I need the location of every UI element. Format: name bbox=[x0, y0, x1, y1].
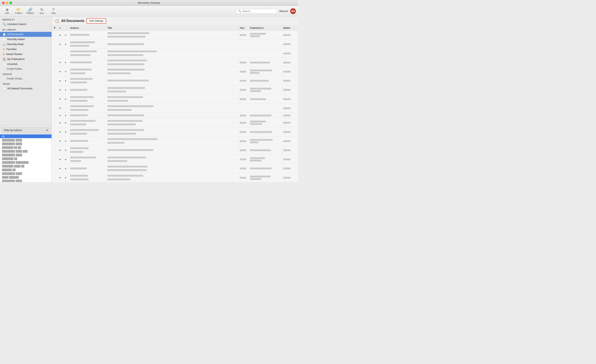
filter-all-item[interactable]: All bbox=[0, 134, 52, 138]
sidebar-item-recently-added[interactable]: 📄 Recently Added bbox=[0, 37, 52, 42]
table-row[interactable]: ☆ bbox=[52, 49, 298, 58]
table-row[interactable]: ☆ ● ■ bbox=[52, 112, 298, 118]
star-icon: ☆ bbox=[53, 88, 56, 91]
added-cell bbox=[282, 173, 298, 182]
sidebar-item-unsorted[interactable]: 📄 Unsorted bbox=[0, 62, 52, 67]
read-cell: ● bbox=[57, 30, 62, 39]
star-cell[interactable]: ☆ bbox=[52, 85, 57, 94]
sidebar-item-favorites[interactable]: ★ Favorites bbox=[0, 47, 52, 52]
filter-author-item[interactable]: ████████ ████ bbox=[0, 142, 52, 146]
filter-author-item[interactable]: ████████ ████ bbox=[0, 172, 52, 175]
sidebar-item-all-deleted[interactable]: 📄 All Deleted Documents bbox=[0, 86, 52, 91]
star-cell[interactable]: ☆ bbox=[52, 49, 57, 58]
table-row[interactable]: ☆ ● ■ bbox=[52, 155, 298, 164]
star-cell[interactable]: ☆ bbox=[52, 94, 57, 103]
star-cell[interactable]: ☆ bbox=[52, 58, 57, 67]
filter-author-item[interactable]: ████████ ████ ███ bbox=[0, 149, 52, 153]
filter-author-item[interactable]: ████████ ████ bbox=[0, 179, 52, 182]
filter-author-item[interactable]: ███████ ████ ██ bbox=[0, 164, 52, 168]
filter-author-item[interactable]: ████ ██████ bbox=[0, 175, 52, 179]
table-row[interactable]: ☆ ● ■ bbox=[52, 136, 298, 146]
filter-by-authors-dropdown[interactable]: Filter by Authors ▾ bbox=[2, 127, 50, 133]
col-header-added[interactable]: Added bbox=[282, 25, 298, 30]
filter-author-item[interactable]: ████████ ████ bbox=[0, 138, 52, 142]
table-row[interactable]: ☆ ● ■ bbox=[52, 173, 298, 182]
search-input[interactable] bbox=[242, 10, 275, 13]
help-button[interactable]: ? Help bbox=[48, 8, 58, 14]
star-cell[interactable]: ☆ bbox=[52, 112, 57, 118]
trash-icon: 📄 bbox=[2, 87, 6, 90]
create-group-link[interactable]: Create Group... bbox=[0, 76, 52, 81]
table-row[interactable]: ☆ ● bbox=[52, 103, 298, 112]
search-icon: 🔍 bbox=[238, 10, 241, 13]
published-cell bbox=[248, 94, 282, 103]
star-cell[interactable]: ☆ bbox=[52, 146, 57, 154]
my-library-label: MY LIBRARY bbox=[0, 27, 52, 32]
star-cell[interactable]: ☆ bbox=[52, 164, 57, 173]
window-controls[interactable] bbox=[2, 2, 12, 4]
table-row[interactable]: ☆ ● ■ bbox=[52, 127, 298, 136]
star-cell[interactable]: ☆ bbox=[52, 127, 57, 136]
sidebar-item-literature-search[interactable]: 🔍 Literature Search bbox=[0, 22, 52, 27]
star-cell[interactable]: ☆ bbox=[52, 67, 57, 76]
table-row[interactable]: ☆ ● ■ bbox=[52, 146, 298, 154]
table-row[interactable]: ☆ ● ■ bbox=[52, 76, 298, 85]
title-cell bbox=[106, 49, 238, 58]
pdf-icon: ■ bbox=[65, 167, 66, 170]
star-cell[interactable]: ☆ bbox=[52, 173, 57, 182]
filter-author-item[interactable]: ███████ ██ bbox=[0, 157, 52, 160]
close-button[interactable] bbox=[2, 2, 5, 4]
star-icon: ☆ bbox=[53, 130, 56, 133]
filter-author-item[interactable]: ███████ ██ ██ bbox=[0, 146, 52, 149]
sidebar-item-needs-review[interactable]: ⊙ Needs Review bbox=[0, 52, 52, 57]
create-folder-link[interactable]: Create Folder... bbox=[0, 67, 52, 71]
sidebar-item-all-documents[interactable]: 📋 All Documents bbox=[0, 32, 52, 37]
sync-button[interactable]: ↻ Sync bbox=[37, 8, 47, 14]
edit-settings-button[interactable]: Edit Settings bbox=[87, 18, 106, 24]
pdf-cell: ■ bbox=[62, 30, 68, 39]
star-cell[interactable]: ☆ bbox=[52, 118, 57, 127]
filter-author-item[interactable]: ████████ ████ bbox=[0, 153, 52, 157]
sidebar-item-recently-read[interactable]: 📖 Recently Read bbox=[0, 42, 52, 47]
col-header-published[interactable]: Published In bbox=[248, 25, 282, 30]
star-cell[interactable]: ☆ bbox=[52, 39, 57, 49]
col-header-star[interactable]: ★ bbox=[52, 25, 57, 30]
minimize-button[interactable] bbox=[6, 2, 8, 4]
folders-button[interactable]: 📁 Folders bbox=[14, 8, 24, 14]
col-header-authors[interactable]: Authors bbox=[68, 25, 106, 30]
col-header-year[interactable]: Year bbox=[238, 25, 248, 30]
col-header-title[interactable]: Title bbox=[106, 25, 238, 30]
table-row[interactable]: ☆ ● ■ bbox=[52, 58, 298, 67]
filter-author-item[interactable]: ████████ ████████ bbox=[0, 160, 52, 164]
table-row[interactable]: ☆ ● ■ bbox=[52, 39, 298, 49]
sync-icon: ↻ bbox=[40, 8, 44, 12]
star-cell[interactable]: ☆ bbox=[52, 76, 57, 85]
filter-author-item[interactable]: ██████ ██ bbox=[0, 168, 52, 172]
table-row[interactable]: ☆ ● ■ bbox=[52, 67, 298, 76]
pdf-icon: ■ bbox=[65, 61, 66, 64]
star-cell[interactable]: ☆ bbox=[52, 155, 57, 164]
table-row[interactable]: ☆ ● ■ bbox=[52, 118, 298, 127]
pdf-icon: ■ bbox=[65, 122, 66, 124]
authors-cell bbox=[68, 146, 106, 154]
col-header-read[interactable]: ● bbox=[57, 25, 62, 30]
published-cell bbox=[248, 155, 282, 164]
table-row[interactable]: ☆ ● ■ bbox=[52, 94, 298, 103]
table-row[interactable]: ☆ ● ■ bbox=[52, 164, 298, 173]
published-cell bbox=[248, 58, 282, 67]
documents-table-container[interactable]: ★ ● 📄 Authors Title Year Published In Ad… bbox=[52, 25, 298, 182]
sidebar-item-my-publications[interactable]: 🏠 My Publications bbox=[0, 57, 52, 62]
authors-cell bbox=[68, 94, 106, 103]
add-button[interactable]: ⊕ Add bbox=[2, 8, 12, 14]
related-button[interactable]: 🔗 Related bbox=[25, 8, 35, 14]
table-row[interactable]: ☆ ● ■ bbox=[52, 85, 298, 94]
maximize-button[interactable] bbox=[9, 2, 12, 4]
star-cell[interactable]: ☆ bbox=[52, 30, 57, 39]
search-bar[interactable]: 🔍 bbox=[236, 9, 277, 14]
star-cell[interactable]: ☆ bbox=[52, 103, 57, 112]
star-cell[interactable]: ☆ bbox=[52, 136, 57, 146]
table-row[interactable]: ☆ ● ■ bbox=[52, 30, 298, 39]
published-cell bbox=[248, 39, 282, 49]
col-header-pdf[interactable]: 📄 bbox=[62, 25, 68, 30]
year-cell bbox=[238, 76, 248, 85]
